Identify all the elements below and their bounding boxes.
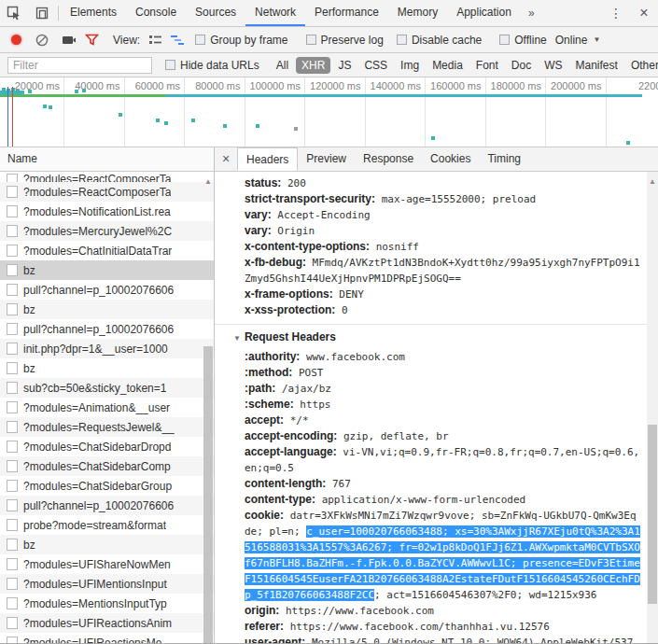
filter-type-media[interactable]: Media xyxy=(427,57,469,74)
request-row[interactable]: ?modules=ChatSidebarDropd xyxy=(0,437,214,456)
requests-scrollbar[interactable]: ▲ xyxy=(203,172,214,644)
tab-network[interactable]: Network xyxy=(245,0,305,26)
filter-type-other[interactable]: Other xyxy=(625,57,658,74)
request-row[interactable]: bz xyxy=(0,358,214,378)
request-headers-list: :authority: www.facebook.com:method: POS… xyxy=(233,349,641,644)
group-by-frame-checkbox[interactable] xyxy=(195,35,205,45)
filter-type-ws[interactable]: WS xyxy=(539,57,567,74)
details-tab-headers[interactable]: Headers xyxy=(237,147,298,171)
tab-performance[interactable]: Performance xyxy=(305,0,388,26)
header-line: referer: https://www.facebook.com/thanhh… xyxy=(233,619,641,635)
scroll-up-icon[interactable]: ▲ xyxy=(647,177,658,186)
document-icon xyxy=(7,323,18,335)
close-devtools-icon[interactable]: × xyxy=(630,0,658,26)
request-row[interactable]: ?modules=ChatSidebarGroup xyxy=(0,476,214,496)
preserve-log-checkbox[interactable] xyxy=(306,35,316,45)
offline-checkbox[interactable] xyxy=(499,35,510,45)
disable-cache-label: Disable cache xyxy=(412,34,482,47)
request-name: ?modules=ReactComposerTa xyxy=(23,173,171,182)
request-row[interactable]: ?modules=UFIShareNowMen xyxy=(0,554,214,574)
filter-type-js[interactable]: JS xyxy=(332,57,357,74)
overview-request-dot xyxy=(82,89,86,92)
more-menu-icon[interactable]: ⋮ xyxy=(602,0,630,26)
clear-button[interactable] xyxy=(31,34,53,47)
scroll-up-icon[interactable]: ▲ xyxy=(203,177,214,186)
request-row[interactable]: ?modules=UFIMentionsInput xyxy=(0,574,214,594)
request-row[interactable]: ?modules=UFIReactionsAnim xyxy=(0,613,214,633)
request-row[interactable]: bz xyxy=(0,535,214,554)
filter-type-doc[interactable]: Doc xyxy=(506,57,537,74)
request-row-inner: pull?channel=p_10002076606 xyxy=(0,499,174,512)
details-scrollbar[interactable]: ▲ xyxy=(647,172,658,644)
tab-elements[interactable]: Elements xyxy=(61,0,126,26)
filter-type-img[interactable]: Img xyxy=(395,57,425,74)
header-value: Origin xyxy=(277,225,315,237)
screenshot-camera-icon[interactable] xyxy=(58,35,80,46)
request-row[interactable]: ?modules=ReactComposerTa xyxy=(0,182,214,202)
request-row[interactable]: init.php?dpr=1&__user=1000 xyxy=(0,339,214,358)
request-row[interactable]: ?modules=ChatSidebarComp xyxy=(0,456,214,476)
device-toolbar-icon[interactable] xyxy=(28,0,56,26)
request-name: pull?channel=p_10002076606 xyxy=(23,499,174,512)
details-tab-cookies[interactable]: Cookies xyxy=(422,147,479,171)
header-name: :path: xyxy=(245,382,275,395)
overview-tick-label: 100000 ms xyxy=(237,80,301,91)
request-name: pull?channel=p_10002076606 xyxy=(23,323,174,336)
filter-type-all[interactable]: All xyxy=(271,57,294,74)
tab-application[interactable]: Application xyxy=(447,0,521,26)
request-row[interactable]: pull?channel=p_10002076606 xyxy=(0,319,214,339)
throttling-dropdown[interactable]: Online ▼ xyxy=(555,34,601,47)
requests-scrollbar-thumb[interactable] xyxy=(203,346,213,644)
request-row[interactable]: sub?cb=50e&sticky_token=1 xyxy=(0,378,214,398)
name-column-header[interactable]: Name xyxy=(0,147,214,172)
close-details-icon[interactable]: × xyxy=(215,147,237,171)
request-row[interactable]: ?modules=Animation&__user xyxy=(0,398,214,417)
request-row[interactable]: ?modules=MercuryJewel%2C xyxy=(0,221,214,241)
overview-request-dot xyxy=(191,119,195,122)
overview-request-bar xyxy=(166,94,642,97)
details-tab-preview[interactable]: Preview xyxy=(298,147,355,171)
filter-type-css[interactable]: CSS xyxy=(358,57,393,74)
request-row[interactable]: bz xyxy=(0,300,214,319)
request-row[interactable]: ?modules=ChatInitialDataTrar xyxy=(0,241,214,260)
details-tab-timing[interactable]: Timing xyxy=(479,147,529,171)
request-row[interactable]: ?modules=MentionsInputTyp xyxy=(0,594,214,613)
filter-type-xhr[interactable]: XHR xyxy=(296,57,330,74)
request-row[interactable]: ?modules=RequestsJewel&__ xyxy=(0,417,214,437)
filter-type-manifest[interactable]: Manifest xyxy=(570,57,623,74)
request-row[interactable]: pull?channel=p_10002076606 xyxy=(0,280,214,300)
details-tab-response[interactable]: Response xyxy=(355,147,422,171)
document-icon xyxy=(7,637,18,644)
tab-sources[interactable]: Sources xyxy=(186,0,245,26)
tab-console[interactable]: Console xyxy=(126,0,186,26)
inspect-element-icon[interactable] xyxy=(0,0,28,26)
filter-type-font[interactable]: Font xyxy=(470,57,504,74)
header-value: https://www.facebook.com xyxy=(286,605,434,617)
disable-cache-checkbox[interactable] xyxy=(397,35,407,45)
request-name: ?modules=ReactComposerTa xyxy=(23,186,171,199)
requests-panel: Name ?modules=ReactComposerTa?modules=Re… xyxy=(0,147,215,644)
filter-input[interactable] xyxy=(7,57,152,74)
request-row[interactable]: bz xyxy=(0,260,214,280)
hide-data-urls-checkbox[interactable] xyxy=(165,60,175,70)
request-row[interactable]: probe?mode=stream&format xyxy=(0,515,214,535)
view-waterfall-icon[interactable] xyxy=(166,35,189,46)
filter-funnel-icon[interactable] xyxy=(80,34,103,46)
request-row[interactable]: pull?channel=p_10002076606 xyxy=(0,496,214,515)
toolbar-divider xyxy=(58,6,59,21)
view-list-icon[interactable] xyxy=(144,35,166,46)
network-overview[interactable]: 20000 ms40000 ms60000 ms80000 ms100000 m… xyxy=(0,77,658,147)
request-headers-section-toggle[interactable]: ▼Request Headers xyxy=(233,329,641,346)
details-scrollbar-thumb[interactable] xyxy=(648,425,657,604)
request-name: probe?mode=stream&format xyxy=(23,519,166,532)
preserve-log-option: Preserve log xyxy=(306,34,384,47)
request-row[interactable]: ?modules=UFIReactionsMe xyxy=(0,633,214,644)
request-name: ?modules=ChatSidebarDropd xyxy=(23,441,171,454)
network-split-view: Name ?modules=ReactComposerTa?modules=Re… xyxy=(0,147,658,644)
overview-request-dot xyxy=(294,127,298,131)
request-row[interactable]: ?modules=NotificationList.rea xyxy=(0,202,214,221)
request-row[interactable]: ?modules=ReactComposerTa xyxy=(0,172,214,182)
record-button[interactable] xyxy=(11,35,21,45)
tab-memory[interactable]: Memory xyxy=(388,0,447,26)
more-tabs-chevron-icon[interactable]: » xyxy=(521,0,542,26)
